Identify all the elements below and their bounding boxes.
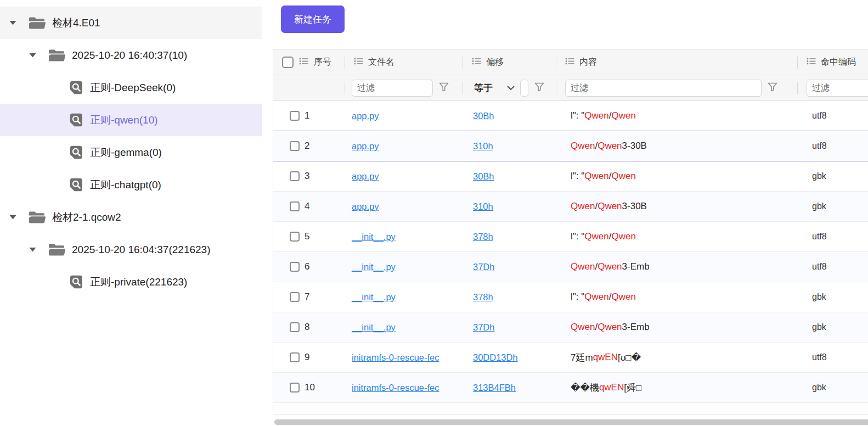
offset-link[interactable]: 310h bbox=[473, 141, 493, 152]
tree-item-regex-task[interactable]: 正则-chatgpt(0) bbox=[0, 169, 262, 201]
row-index: 7 bbox=[305, 292, 309, 302]
row-index-cell: 4 bbox=[273, 192, 345, 221]
filename-link[interactable]: __init__.py bbox=[352, 322, 396, 333]
filename-link[interactable]: app.py bbox=[352, 111, 379, 121]
encoding-filter-input[interactable] bbox=[807, 80, 868, 97]
match-highlight: Qwen bbox=[611, 231, 635, 242]
row-index-cell: 7 bbox=[273, 282, 345, 312]
filename-link[interactable]: initramfs-0-rescue-fec bbox=[352, 383, 439, 393]
column-label-index: 序号 bbox=[314, 57, 331, 68]
table-row[interactable]: 2app.py310hQwen/Qwen3-30Butf8 bbox=[273, 131, 868, 161]
offset-cell: 313B4FBh bbox=[463, 373, 556, 402]
offset-filter-operator-select[interactable]: 等于 bbox=[474, 82, 515, 94]
filename-link[interactable]: app.py bbox=[352, 201, 379, 212]
row-checkbox[interactable] bbox=[290, 262, 300, 272]
offset-cell: 30DD13Dh bbox=[463, 343, 556, 372]
regex-search-icon bbox=[69, 80, 83, 95]
table-row[interactable]: 8__init__.py37DhQwen/Qwen3-Embgbk bbox=[273, 312, 868, 343]
table-row[interactable]: 10initramfs-0-rescue-fec313B4FBh��機qwEN[… bbox=[273, 373, 868, 403]
content-filter-input[interactable] bbox=[565, 80, 762, 97]
folder-icon bbox=[29, 211, 46, 224]
match-highlight: Qwen bbox=[611, 171, 635, 182]
table-row[interactable]: 1app.py30Bhl": "Qwen/Qwenutf8 bbox=[273, 101, 868, 131]
tree-item-regex-task[interactable]: 正则-qwen(10) bbox=[0, 104, 262, 136]
offset-link[interactable]: 378h bbox=[473, 292, 493, 302]
row-index: 10 bbox=[305, 382, 315, 393]
row-checkbox[interactable] bbox=[290, 322, 300, 332]
caret-down-icon[interactable] bbox=[8, 18, 18, 28]
tree-item-folder[interactable]: 2025-10-20 16:04:37(221623) bbox=[0, 233, 262, 266]
encoding-cell: gbk bbox=[798, 192, 868, 221]
tree-item-regex-task[interactable]: 正则-DeepSeek(0) bbox=[0, 71, 262, 104]
funnel-icon[interactable] bbox=[534, 81, 545, 94]
filename-cell: app.py bbox=[345, 161, 463, 191]
filename-link[interactable]: __init__.py bbox=[352, 262, 396, 272]
row-checkbox[interactable] bbox=[290, 171, 300, 181]
regex-search-icon bbox=[69, 113, 83, 127]
offset-link[interactable]: 30Bh bbox=[473, 111, 494, 121]
row-checkbox[interactable] bbox=[290, 232, 300, 242]
tree-item-regex-task[interactable]: 正则-gemma(0) bbox=[0, 136, 262, 169]
offset-link[interactable]: 37Dh bbox=[473, 262, 494, 272]
table-row[interactable]: 7__init__.py378hl": "Qwen/Qwengbk bbox=[273, 282, 868, 312]
row-index: 3 bbox=[305, 171, 309, 182]
offset-link[interactable]: 37Dh bbox=[473, 322, 494, 333]
horizontal-scrollbar[interactable] bbox=[274, 419, 868, 425]
tree-item-regex-task[interactable]: 正则-private(221623) bbox=[0, 266, 262, 298]
content-cell: Qwen/Qwen3-30B bbox=[556, 192, 798, 221]
offset-link[interactable]: 378h bbox=[473, 232, 493, 242]
funnel-icon[interactable] bbox=[438, 81, 449, 94]
match-highlight: qwEN bbox=[593, 352, 618, 363]
tree-item-folder[interactable]: 检材4.E01 bbox=[0, 7, 262, 39]
row-checkbox[interactable] bbox=[290, 383, 300, 393]
offset-link[interactable]: 30DD13Dh bbox=[473, 352, 518, 363]
row-checkbox[interactable] bbox=[290, 201, 300, 211]
tree-item-label: 检材2-1.qcow2 bbox=[52, 210, 121, 225]
offset-operator-value: 等于 bbox=[474, 82, 493, 94]
table-row[interactable]: 9initramfs-0-rescue-fec30DD13Dh7廷mqwEN[ʊ… bbox=[273, 343, 868, 373]
caret-down-icon[interactable] bbox=[27, 245, 37, 255]
encoding-value: utf8 bbox=[812, 262, 827, 272]
offset-cell: 30Bh bbox=[463, 161, 556, 191]
filename-link[interactable]: initramfs-0-rescue-fec bbox=[352, 352, 439, 363]
row-index-cell: 2 bbox=[273, 131, 345, 161]
caret-down-icon[interactable] bbox=[27, 51, 37, 60]
filter-cell-content bbox=[556, 75, 798, 100]
filename-link[interactable]: app.py bbox=[352, 171, 379, 182]
tree-item-folder[interactable]: 2025-10-20 16:40:37(10) bbox=[0, 39, 262, 71]
table-row[interactable]: 4app.py310hQwen/Qwen3-30Bgbk bbox=[273, 192, 868, 222]
filename-filter-input[interactable] bbox=[352, 80, 433, 97]
content-cell: Qwen/Qwen3-Emb bbox=[556, 312, 798, 342]
content-cell: Qwen/Qwen3-Emb bbox=[556, 252, 798, 282]
row-checkbox[interactable] bbox=[290, 352, 300, 362]
select-all-checkbox[interactable] bbox=[282, 57, 294, 68]
encoding-cell: utf8 bbox=[798, 101, 868, 131]
filename-link[interactable]: __init__.py bbox=[352, 292, 396, 302]
caret-down-icon[interactable] bbox=[8, 212, 18, 222]
table-row[interactable]: 6__init__.py37DhQwen/Qwen3-Embutf8 bbox=[273, 252, 868, 282]
match-highlight: Qwen bbox=[571, 322, 595, 333]
tree-item-folder[interactable]: 检材2-1.qcow2 bbox=[0, 201, 262, 233]
offset-link[interactable]: 30Bh bbox=[473, 171, 494, 182]
list-icon bbox=[565, 57, 574, 68]
row-checkbox[interactable] bbox=[290, 141, 300, 151]
offset-link[interactable]: 310h bbox=[473, 201, 493, 212]
offset-filter-value-input[interactable] bbox=[520, 80, 528, 97]
table-row[interactable]: 3app.py30Bhl": "Qwen/Qwengbk bbox=[273, 161, 868, 192]
row-index: 2 bbox=[305, 141, 309, 152]
funnel-icon[interactable] bbox=[767, 81, 778, 94]
filename-link[interactable]: app.py bbox=[352, 141, 379, 152]
content-text: 3-Emb bbox=[622, 322, 650, 333]
row-checkbox[interactable] bbox=[290, 292, 300, 302]
new-task-button[interactable]: 新建任务 bbox=[281, 5, 345, 33]
table-row[interactable]: 5__init__.py378hl": "Qwen/Qwenutf8 bbox=[273, 222, 868, 252]
offset-link[interactable]: 313B4FBh bbox=[473, 383, 516, 393]
list-icon bbox=[472, 57, 481, 68]
row-checkbox[interactable] bbox=[290, 111, 300, 121]
encoding-cell: gbk bbox=[798, 161, 868, 191]
filename-link[interactable]: __init__.py bbox=[352, 232, 396, 242]
content-text: 3-Emb bbox=[622, 261, 650, 272]
content-text: 3-30B bbox=[622, 141, 647, 152]
list-icon bbox=[299, 57, 308, 68]
row-index: 8 bbox=[305, 322, 309, 333]
